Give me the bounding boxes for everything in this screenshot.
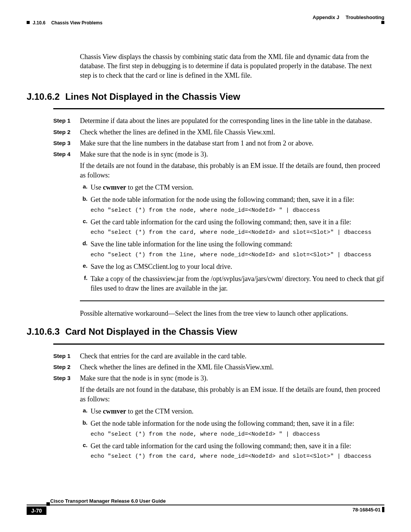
- step-text: Make sure that the node is in sync (mode…: [80, 374, 384, 404]
- cmd-name: cwmver: [103, 407, 126, 415]
- sub-text: Save the line table information for the …: [91, 240, 292, 248]
- sub-text: Save the log as CMSCclient.log to your l…: [91, 263, 232, 270]
- sub-label: f.: [80, 274, 89, 282]
- code-snippet: echo "select (*) from the node, where no…: [91, 207, 384, 214]
- header-right: Appendix J Troubleshooting: [313, 14, 385, 20]
- divider-icon: [53, 343, 384, 345]
- code-snippet: echo "select (*) from the card, where no…: [91, 453, 384, 460]
- sec1-step-4: Step 4 Make sure that the node is in syn…: [53, 150, 384, 180]
- sub-text: Take a copy of the chassisview.jar from …: [91, 275, 384, 292]
- sub-item-e: e. Save the log as CMSCclient.log to you…: [80, 262, 384, 271]
- sub-label: b.: [80, 195, 89, 203]
- cmd-name: cwmver: [103, 184, 126, 191]
- sub-text: Get the node table information for the n…: [91, 420, 354, 427]
- section-title: Lines Not Displayed in the Chassis View: [65, 91, 240, 102]
- step-label: Step 2: [53, 128, 80, 137]
- step-sentence: Make sure that the node is in sync (mode…: [80, 150, 208, 158]
- step-label: Step 1: [53, 116, 80, 125]
- footer-book-title: Cisco Transport Manager Release 6.0 User…: [50, 498, 166, 504]
- sub-text: Get the card table information for the c…: [91, 218, 351, 226]
- sec2-step-1: Step 1 Check that entries for the card a…: [53, 351, 384, 361]
- sub-text: Get the card table information for the c…: [91, 442, 351, 450]
- sec1-sub-list: a. Use cwmver to get the CTM version. b.…: [80, 183, 384, 293]
- step-note: If the details are not found in the data…: [80, 161, 384, 180]
- header-left: J.10.6 Chassis View Problems: [33, 20, 102, 26]
- text-pre: Use: [91, 407, 103, 415]
- sec1-step-2: Step 2 Check whether the lines are defin…: [53, 128, 384, 137]
- sub-label: e.: [80, 262, 89, 270]
- sub-text: Get the node table information for the n…: [91, 196, 354, 203]
- footer-right-box-icon: [382, 507, 384, 512]
- sub-item-c: c. Get the card table information for th…: [80, 441, 384, 461]
- step-note: If the details are not found in the data…: [80, 385, 384, 404]
- sub-label: a.: [80, 183, 89, 190]
- body-content: Chassis View displays the chassis by com…: [27, 31, 384, 460]
- running-footer: Cisco Transport Manager Release 6.0 User…: [27, 505, 384, 518]
- text-post: to get the CTM version.: [126, 407, 193, 415]
- step-label: Step 3: [53, 374, 80, 404]
- section-heading-card-not-displayed: J.10.6.3 Card Not Displayed in the Chass…: [27, 326, 384, 338]
- step-text: Make sure that the node is in sync (mode…: [80, 150, 384, 180]
- sec1-step-3: Step 3 Make sure that the line numbers i…: [53, 139, 384, 148]
- sub-label: d.: [80, 240, 89, 247]
- page-number: J-70: [27, 506, 46, 515]
- step-text: Determine if data about the lines are po…: [80, 116, 384, 125]
- section-title: Card Not Displayed in the Chassis View: [65, 326, 237, 337]
- sub-item-a: a. Use cwmver to get the CTM version.: [80, 183, 384, 192]
- section-number: J.10.6.2: [27, 91, 60, 102]
- footer-doc-number: 78-16845-01: [352, 507, 381, 513]
- step-text: Check whether the lines are defined in t…: [80, 128, 384, 137]
- text-post: to get the CTM version.: [126, 184, 193, 191]
- sub-item-b: b. Get the node table information for th…: [80, 419, 384, 438]
- step-label: Step 1: [53, 351, 80, 361]
- section-heading-lines-not-displayed: J.10.6.2 Lines Not Displayed in the Chas…: [27, 91, 384, 103]
- running-header: Appendix J Troubleshooting J.10.6 Chassi…: [27, 14, 384, 31]
- sec2-step-3: Step 3 Make sure that the node is in syn…: [53, 374, 384, 404]
- workaround-paragraph: Possible alternative workaround—Select t…: [80, 309, 384, 318]
- sub-item-a: a. Use cwmver to get the CTM version.: [80, 407, 384, 416]
- sub-item-c: c. Get the card table information for th…: [80, 217, 384, 237]
- step-label: Step 3: [53, 139, 80, 148]
- step-text: Check whether the lines are defined in t…: [80, 363, 384, 372]
- sub-label: b.: [80, 419, 89, 427]
- page: Appendix J Troubleshooting J.10.6 Chassi…: [0, 0, 411, 532]
- code-snippet: echo "select (*) from the line, where no…: [91, 251, 384, 259]
- header-left-box-icon: [27, 21, 30, 24]
- sub-label: a.: [80, 407, 89, 414]
- footer-rule-icon: [27, 505, 384, 505]
- sec2-step-2: Step 2 Check whether the lines are defin…: [53, 363, 384, 372]
- sub-item-b: b. Get the node table information for th…: [80, 195, 384, 214]
- step-label: Step 4: [53, 150, 80, 180]
- step-label: Step 2: [53, 363, 80, 372]
- divider-icon: [53, 108, 384, 109]
- divider-icon: [80, 300, 384, 301]
- sub-item-d: d. Save the line table information for t…: [80, 240, 384, 259]
- section-number: J.10.6.3: [27, 326, 60, 337]
- sub-label: c.: [80, 441, 89, 449]
- intro-paragraph: Chassis View displays the chassis by com…: [80, 52, 384, 80]
- sub-item-f: f. Take a copy of the chassisview.jar fr…: [80, 274, 384, 293]
- step-text: Check that entries for the card are avai…: [80, 351, 384, 361]
- step-sentence: Make sure that the node is in sync (mode…: [80, 374, 208, 382]
- text-pre: Use: [91, 184, 103, 191]
- step-text: Make sure that the line numbers in the d…: [80, 139, 384, 148]
- code-snippet: echo "select (*) from the card, where no…: [91, 229, 384, 236]
- sec1-step-1: Step 1 Determine if data about the lines…: [53, 116, 384, 125]
- code-snippet: echo "select (*) from the node, where no…: [91, 431, 384, 438]
- sub-label: c.: [80, 217, 89, 225]
- sec2-sub-list: a. Use cwmver to get the CTM version. b.…: [80, 407, 384, 460]
- header-right-box-icon: [381, 21, 384, 24]
